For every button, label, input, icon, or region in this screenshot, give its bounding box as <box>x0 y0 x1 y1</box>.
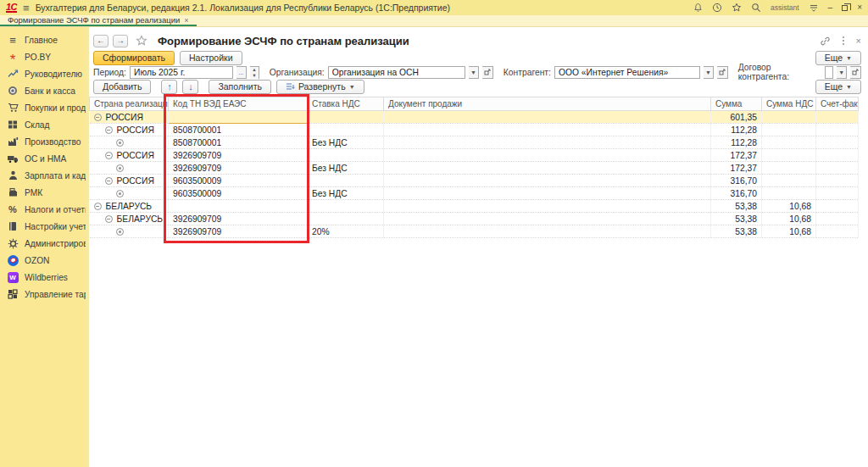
period-ellipsis-button[interactable]: ... <box>236 66 248 79</box>
favorite-star-icon[interactable] <box>136 35 147 47</box>
country-cell[interactable] <box>90 136 169 149</box>
tnved-code-cell[interactable] <box>169 111 308 124</box>
table-row[interactable]: РОССИЯ9603500009316,70 <box>90 175 859 187</box>
organization-dropdown-icon[interactable]: ▼ <box>469 66 480 79</box>
main-menu-icon[interactable]: ≡ <box>23 3 30 14</box>
vat-sum-cell[interactable]: 10,68 <box>762 225 816 238</box>
sidebar-item-chart[interactable]: Руководителю <box>0 65 86 82</box>
vat-sum-cell[interactable] <box>762 124 816 136</box>
vat-rate-cell[interactable] <box>308 200 384 213</box>
country-cell[interactable]: РОССИЯ <box>90 149 169 162</box>
organization-open-icon[interactable] <box>482 66 493 79</box>
tnved-code-cell[interactable]: 8508700001 <box>169 136 308 149</box>
sidebar-item-star-asterisk[interactable]: *PO.BY <box>0 48 86 65</box>
table-row[interactable]: 3926909709Без НДС172,37 <box>90 162 859 175</box>
sidebar-item-book[interactable]: Настройки учета <box>0 218 86 235</box>
vat-sum-cell[interactable]: 10,68 <box>762 200 816 213</box>
favorites-star-icon[interactable] <box>732 3 742 13</box>
vat-rate-cell[interactable] <box>308 111 384 124</box>
vat-sum-cell[interactable]: 10,68 <box>762 213 816 225</box>
collapse-group-icon[interactable] <box>105 215 113 223</box>
sum-cell[interactable]: 53,38 <box>711 200 762 213</box>
sidebar-item-cash-register[interactable]: РМК <box>0 184 86 201</box>
collapse-group-icon[interactable] <box>94 114 102 121</box>
vat-rate-cell[interactable]: Без НДС <box>308 162 384 175</box>
country-cell[interactable]: РОССИЯ <box>90 111 169 124</box>
tnved-code-cell[interactable] <box>169 200 308 213</box>
sum-cell[interactable]: 601,35 <box>711 111 762 124</box>
contract-input[interactable] <box>825 66 833 79</box>
sidebar-item-menu[interactable]: ≡Главное <box>0 31 86 48</box>
column-header[interactable]: Счет-факт... <box>816 97 859 111</box>
country-cell[interactable]: БЕЛАРУСЬ <box>90 200 169 213</box>
tnved-code-cell[interactable]: 3926909709 <box>169 162 308 175</box>
organization-input[interactable]: Организация на ОСН <box>328 66 465 79</box>
sidebar-item-cart[interactable]: Покупки и продажи <box>0 99 86 116</box>
sum-cell[interactable]: 316,70 <box>711 175 762 187</box>
sale-document-cell[interactable] <box>384 149 711 162</box>
table-row[interactable]: БЕЛАРУСЬ392690970953,3810,68 <box>90 213 859 225</box>
spin-down-icon[interactable]: ▼ <box>250 73 259 79</box>
table-row[interactable]: 9603500009Без НДС316,70 <box>90 187 859 200</box>
country-cell[interactable]: РОССИЯ <box>90 175 169 187</box>
tnved-code-cell[interactable]: 3926909709 <box>169 213 308 225</box>
invoice-cell[interactable] <box>816 225 859 238</box>
sidebar-item-warehouse[interactable]: Склад <box>0 116 86 133</box>
invoice-cell[interactable] <box>816 200 859 213</box>
back-button[interactable]: ← <box>93 35 108 47</box>
tnved-code-cell[interactable]: 9603500009 <box>169 187 308 200</box>
vat-rate-cell[interactable] <box>308 149 384 162</box>
vat-rate-cell[interactable] <box>308 213 384 225</box>
table-row[interactable]: РОССИЯ3926909709172,37 <box>90 149 859 162</box>
spin-up-icon[interactable]: ▲ <box>250 67 259 73</box>
country-cell[interactable]: БЕЛАРУСЬ <box>90 213 169 225</box>
minimize-button[interactable]: – <box>828 3 833 12</box>
sidebar-item-person[interactable]: Зарплата и кадры <box>0 167 86 184</box>
forward-button[interactable]: → <box>113 35 128 47</box>
sidebar-item-truck[interactable]: ОС и НМА <box>0 150 86 167</box>
vat-rate-cell[interactable]: Без НДС <box>308 136 384 149</box>
invoice-cell[interactable] <box>816 111 859 124</box>
close-window-button[interactable]: × <box>857 3 862 12</box>
sidebar-item-wildberries[interactable]: WWildberries <box>0 269 86 286</box>
service-menu-icon[interactable] <box>809 3 819 13</box>
vat-rate-cell[interactable] <box>308 175 384 187</box>
column-header[interactable]: Сумма НДС <box>762 97 816 111</box>
notifications-bell-icon[interactable] <box>693 3 703 13</box>
table-row[interactable]: РОССИЯ8508700001112,28 <box>90 124 859 136</box>
column-header[interactable]: Документ продажи <box>384 97 711 111</box>
column-header[interactable]: Сумма <box>711 97 762 111</box>
sum-cell[interactable]: 53,38 <box>711 213 762 225</box>
collapse-group-icon[interactable] <box>105 177 113 185</box>
invoice-cell[interactable] <box>816 162 859 175</box>
sidebar-item-coin[interactable]: Банк и касса <box>0 82 86 99</box>
vat-rate-cell[interactable]: 20% <box>308 225 384 238</box>
column-header[interactable]: Ставка НДС <box>308 97 384 111</box>
sidebar-item-tariff[interactable]: Управление тарифом <box>0 286 86 303</box>
more-button-toolbar[interactable]: Еще▼ <box>815 80 861 94</box>
restore-button[interactable] <box>842 5 848 11</box>
sidebar-item-gear[interactable]: Администрирование <box>0 235 86 252</box>
sum-cell[interactable]: 316,70 <box>711 187 762 200</box>
country-cell[interactable] <box>90 162 169 175</box>
table-row[interactable]: БЕЛАРУСЬ53,3810,68 <box>90 200 859 213</box>
period-spinner[interactable]: ▲▼ <box>250 66 259 79</box>
more-button-top[interactable]: Еще▼ <box>815 51 861 65</box>
vat-sum-cell[interactable] <box>762 175 816 187</box>
more-menu-kebab-icon[interactable] <box>843 36 844 38</box>
contractor-input[interactable]: ООО «Интернет Решения» <box>554 66 700 79</box>
tnved-code-cell[interactable]: 3926909709 <box>169 149 308 162</box>
history-clock-icon[interactable] <box>712 3 722 13</box>
contract-open-icon[interactable] <box>850 66 861 79</box>
sum-cell[interactable]: 172,37 <box>711 162 762 175</box>
fill-button[interactable]: Заполнить <box>209 80 271 94</box>
sidebar-item-ozon[interactable]: OZON <box>0 252 86 269</box>
generate-button[interactable]: Сформировать <box>93 51 175 65</box>
collapse-group-icon[interactable] <box>94 203 102 210</box>
tnved-code-cell[interactable]: 8508700001 <box>169 124 308 136</box>
collapse-group-icon[interactable] <box>105 152 113 159</box>
move-up-button[interactable]: ↑ <box>161 80 177 94</box>
close-form-icon[interactable]: × <box>856 36 861 46</box>
settings-button[interactable]: Настройки <box>180 51 242 65</box>
move-down-button[interactable]: ↓ <box>182 80 198 94</box>
